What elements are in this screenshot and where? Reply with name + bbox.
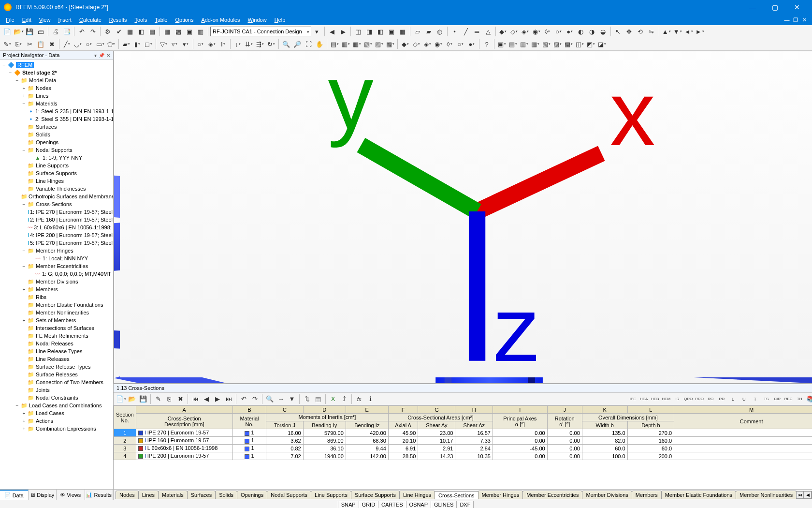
show-loads[interactable]: ▥ (195, 26, 206, 37)
t2-zoom-in[interactable]: 🔍 (281, 39, 291, 49)
print-button[interactable]: 🖨 (50, 26, 61, 37)
tree-item[interactable]: 📁Nodal Constraints (0, 394, 113, 402)
ytool-4[interactable]: ► (695, 26, 705, 37)
view-iso[interactable]: ◫ (353, 26, 363, 37)
profile-hem-icon[interactable]: HEM (661, 394, 671, 404)
menu-table[interactable]: Table (151, 16, 171, 24)
profile-rec-icon[interactable]: REC (783, 394, 794, 404)
ytool-2[interactable]: ▼ (672, 26, 683, 37)
tree-item[interactable]: 📁FE Mesh Refinements (0, 332, 113, 340)
menu-help[interactable]: Help (271, 16, 290, 24)
t2-ssupport[interactable]: ▾ (180, 39, 191, 49)
tree-item[interactable]: +📁Lines (0, 92, 113, 100)
tree-item[interactable]: 📁Connection of Two Members (0, 378, 113, 386)
t2-new[interactable]: ✎ (2, 39, 13, 49)
xtool-6[interactable]: ○ (553, 26, 564, 37)
t2-zoom-out[interactable]: 🔎 (292, 39, 303, 49)
t2-ex8[interactable]: ◫ (574, 39, 585, 49)
profile-rro-icon[interactable]: RRO (694, 394, 705, 404)
tree-item[interactable]: −📁Member Eccentricities (0, 262, 113, 270)
tree-item[interactable]: 📁Solids (0, 131, 113, 138)
tt-last[interactable]: ⏭ (223, 394, 234, 404)
tree-item[interactable]: 📁Orthotropic Surfaces and Membranes (0, 193, 113, 200)
redo-button[interactable]: ↷ (87, 26, 98, 37)
t2-poly[interactable]: ⬠ (106, 39, 116, 49)
tt-next[interactable]: ▶ (212, 394, 223, 404)
sheet-tab-nodal-supports[interactable]: Nodal Supports (267, 491, 311, 499)
t2-nsupport[interactable]: ▽ (158, 39, 169, 49)
t2-filter6[interactable]: ▩ (385, 39, 395, 49)
tt-colset[interactable]: ▤ (313, 394, 323, 404)
tt-info[interactable]: ℹ (365, 394, 376, 404)
new-button[interactable]: 📄 (2, 26, 13, 37)
grid-button[interactable]: ▦ (162, 26, 173, 37)
navigator-pin-icon[interactable]: 📌 (99, 53, 104, 58)
t2-more5[interactable]: ◊ (444, 39, 455, 49)
profile-ts-icon[interactable]: TS (761, 394, 771, 404)
t2-line[interactable]: ╱ (61, 39, 72, 49)
maximize-button[interactable]: ▢ (764, 0, 786, 15)
tt-filter[interactable]: ▼ (287, 394, 297, 404)
xtool-5[interactable]: ◊ (542, 26, 553, 37)
navigator-close-icon[interactable]: ✕ (106, 53, 110, 58)
status-glines[interactable]: GLINES (431, 501, 457, 508)
tt-sort[interactable]: ⇅ (302, 394, 312, 404)
t2-more1[interactable]: ◆ (400, 39, 410, 49)
t2-opening[interactable]: ◻ (143, 39, 154, 49)
tree-item[interactable]: +📁Load Cases (0, 409, 113, 417)
profile-l-icon[interactable]: L (727, 394, 738, 404)
tree-item[interactable]: 📁Member Divisions (0, 278, 113, 285)
t2-ex5[interactable]: ▧ (541, 39, 551, 49)
tree-item[interactable]: Ⅰ5: IPE 270 | Euronorm 19-57; Steel S 23… (0, 239, 113, 247)
xtool-3[interactable]: ◈ (520, 26, 531, 37)
tree-item[interactable]: 📁Joints (0, 386, 113, 394)
sheet-tab-materials[interactable]: Materials (158, 491, 188, 499)
nav-tab-results[interactable]: 📊 Results (85, 490, 114, 500)
menu-tools[interactable]: Tools (130, 16, 151, 24)
t2-surface[interactable]: ▰ (121, 39, 131, 49)
sheet-tab-solids[interactable]: Solids (215, 491, 237, 499)
t2-arc[interactable]: ◡ (72, 39, 83, 49)
move-tool[interactable]: ✥ (624, 26, 635, 37)
sheet-tab-member-divisions[interactable]: Member Divisions (582, 491, 632, 499)
tree-item[interactable]: +📁Members (0, 285, 113, 293)
tree-item[interactable]: 📁Surface Release Types (0, 363, 113, 371)
tt-del[interactable]: ✖ (175, 394, 186, 404)
tree-item[interactable]: −📁Member Hinges (0, 247, 113, 254)
module-combo[interactable]: RF-JOINTS CA1 - Connection Design (210, 27, 311, 36)
print-preview-button[interactable]: 📑 (61, 26, 72, 37)
tree-item[interactable]: −📁Load Cases and Combinations (0, 402, 113, 409)
tree-item[interactable]: 🔹2: Steel S 355 | DIN EN 1993-1-1 (0, 115, 113, 123)
status-snap[interactable]: SNAP (338, 501, 359, 508)
t2-more7[interactable]: ● (466, 39, 477, 49)
tree-item[interactable]: +📁Actions (0, 417, 113, 425)
tt-new[interactable]: 📄 (116, 394, 126, 404)
profile-qro-icon[interactable]: QRO (683, 394, 694, 404)
mdi-restore-button[interactable]: ❐ (792, 17, 799, 23)
tree-item[interactable]: Ⅰ4: IPE 200 | Euronorm 19-57; Steel S 23… (0, 231, 113, 239)
t2-filter3[interactable]: ▦ (351, 39, 362, 49)
minimize-button[interactable]: — (741, 0, 764, 15)
tree-root[interactable]: RFEM (16, 62, 34, 68)
t2-load1[interactable]: ↓ (232, 39, 243, 49)
tree-item[interactable]: 📁Ribs (0, 293, 113, 301)
tree-item[interactable]: Ⅰ1: IPE 270 | Euronorm 19-57; Steel S 23… (0, 208, 113, 216)
mdi-close-button[interactable]: ✕ (800, 17, 808, 23)
profile-t-icon[interactable]: T (750, 394, 760, 404)
profile-hea-icon[interactable]: HEA (638, 394, 649, 404)
tree-item[interactable]: +📁Sets of Members (0, 316, 113, 324)
tt-excel[interactable]: X (328, 394, 338, 404)
tree-item[interactable]: 📁Nodal Releases (0, 340, 113, 347)
tree-item[interactable]: +📁Nodes (0, 84, 113, 92)
save-button[interactable]: 💾 (24, 26, 35, 37)
profile-lib-icon[interactable]: 📚 (805, 394, 812, 404)
t2-ex3[interactable]: ▥ (519, 39, 529, 49)
menu-edit[interactable]: Edit (18, 16, 35, 24)
tree-item[interactable]: Ⅰ2: IPE 160 | Euronorm 19-57; Steel S 23… (0, 216, 113, 224)
sheet-tab-line-hinges[interactable]: Line Hinges (399, 491, 435, 499)
support-tool[interactable]: △ (483, 26, 493, 37)
profile-is-icon[interactable]: IS (672, 394, 682, 404)
tree-item[interactable]: 📁Intersections of Surfaces (0, 324, 113, 332)
sheet-prev[interactable]: ◀ (804, 491, 812, 499)
sheet-tab-surface-supports[interactable]: Surface Supports (351, 491, 400, 499)
